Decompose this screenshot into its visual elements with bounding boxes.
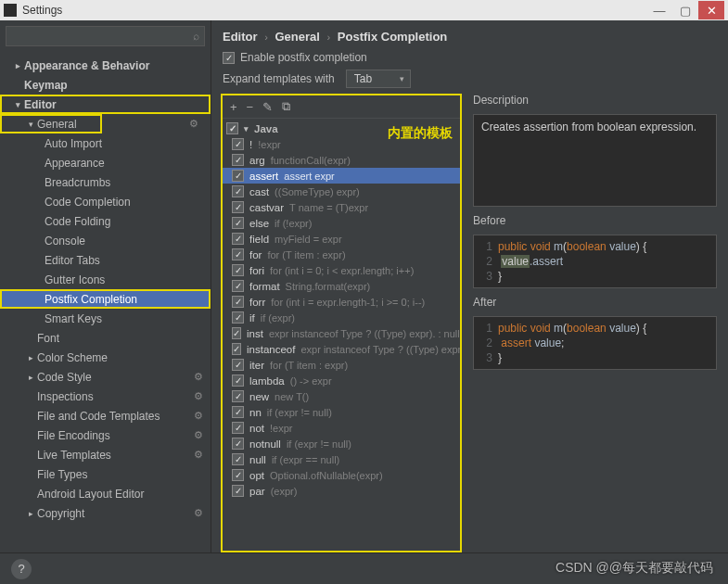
template-row[interactable]: ✓fieldmyField = expr xyxy=(223,231,460,247)
close-button[interactable]: ✕ xyxy=(698,1,724,19)
template-row[interactable]: ✓formatString.format(expr) xyxy=(223,278,460,294)
crumb-postfix: Postfix Completion xyxy=(338,30,447,44)
before-label: Before xyxy=(473,214,717,227)
tree-copyright[interactable]: ▸Copyright⚙ xyxy=(0,503,211,523)
template-row[interactable]: ✓forifor (int i = 0; i < expr.length; i+… xyxy=(223,262,460,278)
checkbox-icon[interactable]: ✓ xyxy=(232,264,244,276)
template-row[interactable]: ✓castvarT name = (T)expr xyxy=(223,199,460,215)
checkbox-icon[interactable]: ✓ xyxy=(232,469,244,481)
tree-auto-import[interactable]: Auto Import xyxy=(0,133,211,153)
template-row[interactable]: ✓forrfor (int i = expr.length-1; i >= 0;… xyxy=(223,294,460,310)
tree-editor[interactable]: ▾Editor xyxy=(0,95,211,114)
app-icon xyxy=(4,4,17,17)
template-row[interactable]: ✓optOptional.ofNullable(expr) xyxy=(223,467,460,483)
tree-font[interactable]: Font xyxy=(0,328,211,348)
tree-code-style[interactable]: ▸Code Style⚙ xyxy=(0,367,211,387)
template-row[interactable]: ✓instexpr instanceof Type ? ((Type) expr… xyxy=(223,325,460,341)
checkbox-icon[interactable]: ✓ xyxy=(232,406,244,418)
tree-file-types[interactable]: File Types xyxy=(0,464,211,484)
template-row[interactable]: ✓nnif (expr != null) xyxy=(223,404,460,420)
enable-postfix-checkbox[interactable]: ✓Enable postfix completion xyxy=(223,51,367,64)
gear-icon[interactable]: ⚙ xyxy=(194,429,203,441)
templates-list[interactable]: ✓▾Java✓!!expr✓argfunctionCall(expr)✓asse… xyxy=(223,119,460,551)
tree-live-templates[interactable]: Live Templates⚙ xyxy=(0,445,211,464)
chevron-right-icon: › xyxy=(264,32,268,43)
template-row[interactable]: ✓newnew T() xyxy=(223,388,460,404)
checkbox-icon[interactable]: ✓ xyxy=(232,422,244,434)
checkbox-icon[interactable]: ✓ xyxy=(232,311,244,324)
settings-tree[interactable]: ▸Appearance & Behavior Keymap ▾Editor ▾G… xyxy=(0,52,211,552)
template-row[interactable]: ✓elseif (!expr) xyxy=(223,215,460,231)
checkbox-icon[interactable]: ✓ xyxy=(232,154,244,166)
checkbox-icon[interactable]: ✓ xyxy=(232,138,244,150)
checkbox-icon[interactable]: ✓ xyxy=(232,185,244,197)
checkbox-icon[interactable]: ✓ xyxy=(232,280,244,292)
checkbox-icon[interactable]: ✓ xyxy=(232,438,244,450)
tree-general[interactable]: ▾General⚙ xyxy=(0,114,102,133)
gear-icon[interactable]: ⚙ xyxy=(189,118,198,130)
chevron-right-icon: ▸ xyxy=(24,373,37,382)
add-button[interactable]: + xyxy=(230,100,237,114)
maximize-button[interactable]: ▢ xyxy=(672,1,698,19)
remove-button[interactable]: − xyxy=(247,100,254,114)
crumb-general[interactable]: General xyxy=(275,30,319,44)
checkbox-icon[interactable]: ✓ xyxy=(232,375,244,387)
templates-toolbar: + − ✎ ⧉ xyxy=(223,95,460,119)
checkbox-icon[interactable]: ✓ xyxy=(232,359,244,371)
template-row[interactable]: ✓notnullif (expr != null) xyxy=(223,436,460,451)
template-row[interactable]: ✓instanceofexpr instanceof Type ? ((Type… xyxy=(223,341,460,357)
tree-breadcrumbs[interactable]: Breadcrumbs xyxy=(0,172,211,192)
edit-button[interactable]: ✎ xyxy=(262,100,273,114)
window-title: Settings xyxy=(22,4,62,17)
gear-icon[interactable]: ⚙ xyxy=(194,371,203,383)
tree-smart-keys[interactable]: Smart Keys xyxy=(0,309,211,328)
tree-appearance-behavior[interactable]: ▸Appearance & Behavior xyxy=(0,56,211,75)
crumb-editor[interactable]: Editor xyxy=(223,30,258,44)
template-row[interactable]: ✓iterfor (T item : expr) xyxy=(223,357,460,373)
tree-keymap[interactable]: Keymap xyxy=(0,75,211,95)
template-row[interactable]: ✓par(expr) xyxy=(223,483,460,499)
gear-icon[interactable]: ⚙ xyxy=(194,449,203,461)
checkbox-icon[interactable]: ✓ xyxy=(232,327,241,339)
template-row[interactable]: ✓argfunctionCall(expr) xyxy=(223,152,460,168)
tree-code-completion[interactable]: Code Completion xyxy=(0,192,211,211)
template-row[interactable]: ✓not!expr xyxy=(223,420,460,436)
gear-icon[interactable]: ⚙ xyxy=(194,390,203,402)
tree-file-encodings[interactable]: File Encodings⚙ xyxy=(0,425,211,445)
search-input[interactable] xyxy=(6,26,205,46)
checkbox-icon[interactable]: ✓ xyxy=(232,453,244,465)
tree-appearance-sub[interactable]: Appearance xyxy=(0,153,211,172)
help-button[interactable]: ? xyxy=(11,559,32,579)
template-row[interactable]: ✓assertassert expr xyxy=(223,168,460,184)
checkbox-icon[interactable]: ✓ xyxy=(232,201,244,213)
checkbox-icon[interactable]: ✓ xyxy=(232,170,244,182)
copy-button[interactable]: ⧉ xyxy=(282,99,290,114)
minimize-button[interactable]: — xyxy=(646,1,672,19)
checkbox-icon[interactable]: ✓ xyxy=(232,390,244,402)
description-box: Creates assertion from boolean expressio… xyxy=(473,114,717,207)
chevron-right-icon: › xyxy=(327,32,331,43)
tree-android-layout-editor[interactable]: Android Layout Editor xyxy=(0,484,211,503)
gear-icon[interactable]: ⚙ xyxy=(194,507,203,519)
tree-color-scheme[interactable]: ▸Color Scheme xyxy=(0,348,211,367)
template-row[interactable]: ✓nullif (expr == null) xyxy=(223,451,460,467)
tree-code-folding[interactable]: Code Folding xyxy=(0,211,211,231)
checkbox-icon[interactable]: ✓ xyxy=(232,248,244,260)
tree-editor-tabs[interactable]: Editor Tabs xyxy=(0,250,211,270)
checkbox-icon[interactable]: ✓ xyxy=(232,233,244,245)
template-row[interactable]: ✓lambda() -> expr xyxy=(223,373,460,388)
tree-postfix-completion[interactable]: Postfix Completion xyxy=(0,289,211,309)
tree-inspections[interactable]: Inspections⚙ xyxy=(0,387,211,406)
tree-gutter-icons[interactable]: Gutter Icons xyxy=(0,270,211,289)
template-row[interactable]: ✓cast((SomeType) expr) xyxy=(223,184,460,199)
checkbox-icon[interactable]: ✓ xyxy=(232,296,244,308)
expand-key-combo[interactable]: Tab▾ xyxy=(346,70,411,88)
checkbox-icon[interactable]: ✓ xyxy=(232,485,244,497)
checkbox-icon[interactable]: ✓ xyxy=(232,217,244,229)
template-row[interactable]: ✓forfor (T item : expr) xyxy=(223,247,460,262)
gear-icon[interactable]: ⚙ xyxy=(194,410,203,422)
checkbox-icon[interactable]: ✓ xyxy=(232,343,241,355)
template-row[interactable]: ✓ifif (expr) xyxy=(223,310,460,325)
tree-file-code-templates[interactable]: File and Code Templates⚙ xyxy=(0,406,211,425)
tree-console[interactable]: Console xyxy=(0,231,211,250)
